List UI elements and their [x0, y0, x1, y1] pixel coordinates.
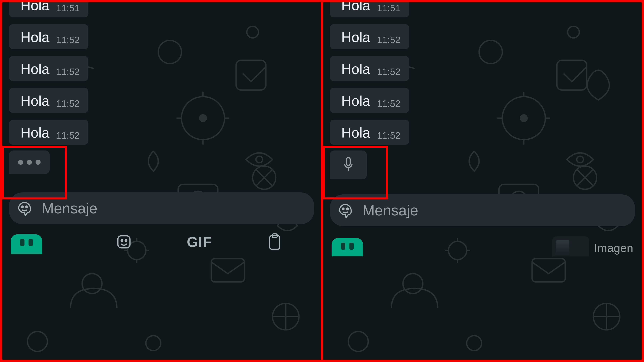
message-time: 11:52: [377, 99, 400, 108]
message-item[interactable]: Hola 11:52: [9, 88, 314, 113]
incoming-bubble[interactable]: Hola 11:52: [9, 56, 88, 81]
keyboard-tab-active[interactable]: [332, 238, 363, 256]
message-list[interactable]: Hola 11:51 Hola 11:52 Hola 11:52: [330, 2, 635, 145]
typing-indicator-wrap: [9, 150, 314, 174]
incoming-bubble[interactable]: Hola 11:51: [9, 2, 88, 17]
message-time: 11:52: [56, 67, 80, 76]
sticker-emoji-icon[interactable]: [16, 200, 33, 217]
typing-dots-icon: [18, 160, 40, 165]
svg-point-19: [125, 240, 127, 241]
chat-panel-left: Hola 11:51 Hola 11:52 Hola 11:52: [2, 2, 321, 360]
svg-rect-17: [118, 236, 130, 248]
message-input-bar[interactable]: Mensaje: [9, 192, 314, 224]
message-text: Hola: [20, 62, 50, 76]
message-item[interactable]: Hola 11:52: [330, 88, 635, 113]
microphone-icon: [342, 157, 355, 173]
comparison-frame: Hola 11:51 Hola 11:52 Hola 11:52: [0, 0, 644, 362]
message-time: 11:52: [377, 35, 400, 44]
message-time: 11:52: [377, 131, 400, 140]
message-time: 11:52: [377, 67, 400, 76]
svg-point-18: [121, 240, 123, 241]
incoming-bubble[interactable]: Hola 11:52: [330, 120, 409, 145]
message-item[interactable]: Hola 11:52: [9, 120, 314, 145]
message-item[interactable]: Hola 11:52: [9, 24, 314, 49]
keyboard-suggestion-thumbnail[interactable]: [552, 236, 589, 256]
svg-point-16: [26, 206, 28, 208]
message-item[interactable]: Hola 11:52: [330, 24, 635, 49]
message-item[interactable]: Hola 11:51: [330, 2, 635, 17]
voice-recording-indicator-bubble: [330, 150, 367, 179]
keyboard-top-row: Imagen: [323, 231, 642, 256]
clipboard-keyboard-icon[interactable]: [267, 233, 282, 251]
message-time: 11:52: [56, 131, 80, 140]
emoji-keyboard-icon[interactable]: [116, 234, 132, 250]
message-item[interactable]: Hola 11:52: [330, 120, 635, 145]
voice-recording-indicator-wrap: [330, 150, 635, 179]
keyboard-suggestion-caption[interactable]: Imagen: [594, 241, 633, 255]
message-text: Hola: [341, 62, 370, 76]
incoming-bubble[interactable]: Hola 11:51: [330, 2, 409, 17]
chat-panel-right: Hola 11:51 Hola 11:52 Hola 11:52: [323, 2, 642, 360]
incoming-bubble[interactable]: Hola 11:52: [330, 88, 409, 113]
message-text: Hola: [341, 2, 370, 12]
message-time: 11:51: [377, 3, 400, 13]
keyboard-tab-active[interactable]: [11, 234, 42, 254]
message-text: Hola: [341, 94, 370, 108]
message-time: 11:52: [56, 99, 80, 108]
svg-rect-37: [346, 158, 350, 165]
sticker-emoji-icon[interactable]: [336, 202, 354, 219]
svg-point-39: [347, 208, 348, 210]
incoming-bubble[interactable]: Hola 11:52: [330, 24, 409, 49]
keyboard-top-row: GIF: [2, 229, 321, 254]
message-time: 11:52: [56, 35, 80, 44]
incoming-bubble[interactable]: Hola 11:52: [9, 120, 88, 145]
incoming-bubble[interactable]: Hola 11:52: [330, 56, 409, 81]
incoming-bubble[interactable]: Hola 11:52: [9, 88, 88, 113]
message-item[interactable]: Hola 11:52: [9, 56, 314, 81]
message-input-placeholder[interactable]: Mensaje: [362, 202, 418, 219]
svg-point-15: [22, 206, 23, 208]
gif-keyboard-icon[interactable]: GIF: [187, 234, 212, 250]
message-time: 11:51: [56, 3, 80, 13]
message-text: Hola: [20, 94, 50, 108]
message-list[interactable]: Hola 11:51 Hola 11:52 Hola 11:52: [9, 2, 314, 145]
message-text: Hola: [20, 126, 50, 140]
message-text: Hola: [20, 30, 50, 44]
message-text: Hola: [341, 30, 370, 44]
message-text: Hola: [341, 126, 370, 140]
incoming-bubble[interactable]: Hola 11:52: [9, 24, 88, 49]
message-item[interactable]: Hola 11:52: [330, 56, 635, 81]
svg-point-38: [342, 208, 344, 210]
message-text: Hola: [20, 2, 50, 12]
message-input-placeholder[interactable]: Mensaje: [42, 200, 98, 217]
message-item[interactable]: Hola 11:51: [9, 2, 314, 17]
typing-indicator-bubble: [9, 150, 50, 174]
message-input-bar[interactable]: Mensaje: [330, 194, 635, 226]
